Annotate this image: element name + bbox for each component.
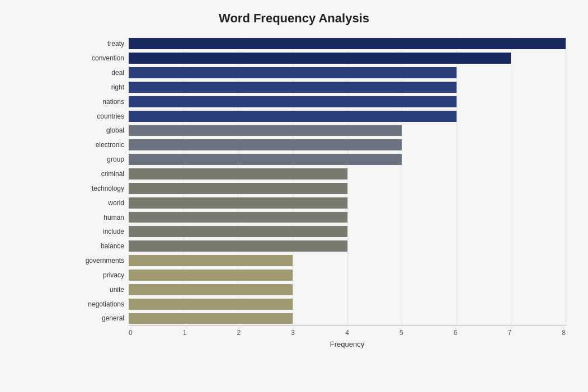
bar-label: group bbox=[67, 155, 129, 163]
bar-row: privacy bbox=[67, 268, 566, 282]
bar-label: global bbox=[67, 126, 129, 134]
bar-label: electronic bbox=[67, 141, 129, 149]
bar-row: nations bbox=[67, 95, 566, 108]
bar-label: world bbox=[67, 199, 129, 207]
bar-row: governments bbox=[67, 254, 566, 268]
bar-track bbox=[129, 254, 566, 268]
bar-label: countries bbox=[67, 112, 129, 120]
bar-fill bbox=[129, 240, 347, 252]
bar-fill bbox=[129, 82, 457, 93]
bar-label: convention bbox=[67, 54, 129, 62]
bar-fill bbox=[129, 53, 511, 64]
x-tick: 3 bbox=[291, 329, 295, 337]
bar-track bbox=[129, 297, 566, 311]
bar-row: human bbox=[67, 210, 566, 224]
bar-label: include bbox=[67, 228, 129, 235]
bar-track bbox=[129, 311, 566, 325]
bar-row: countries bbox=[67, 109, 566, 123]
bar-row: technology bbox=[67, 181, 566, 195]
bar-fill bbox=[129, 139, 402, 150]
bar-fill bbox=[129, 154, 402, 165]
bar-row: global bbox=[67, 124, 566, 138]
bar-track bbox=[129, 124, 566, 138]
x-tick: 4 bbox=[345, 329, 349, 337]
bar-row: treaty bbox=[67, 37, 566, 51]
x-tick: 1 bbox=[183, 329, 187, 337]
bar-fill bbox=[129, 226, 347, 237]
bar-label: right bbox=[67, 83, 129, 91]
x-tick: 8 bbox=[562, 329, 566, 337]
bar-row: convention bbox=[67, 51, 566, 65]
bar-fill bbox=[129, 96, 457, 107]
bar-label: balance bbox=[67, 242, 129, 250]
bar-track bbox=[129, 282, 566, 296]
bar-track bbox=[129, 181, 566, 195]
bar-fill bbox=[129, 270, 293, 281]
bar-row: world bbox=[67, 196, 566, 210]
bar-track bbox=[129, 268, 566, 282]
bar-track bbox=[129, 138, 566, 152]
bar-fill bbox=[129, 255, 293, 266]
x-tick: 6 bbox=[454, 329, 458, 337]
bar-label: criminal bbox=[67, 170, 129, 178]
x-tick: 0 bbox=[129, 329, 133, 337]
bar-row: group bbox=[67, 153, 566, 167]
bar-label: nations bbox=[67, 98, 129, 106]
bar-label: unite bbox=[67, 286, 129, 294]
bar-fill bbox=[129, 125, 402, 136]
bar-row: negotiations bbox=[67, 297, 566, 311]
bar-track bbox=[129, 153, 566, 167]
x-tick: 5 bbox=[399, 329, 403, 337]
x-axis-label: Frequency bbox=[129, 340, 566, 348]
bar-label: deal bbox=[67, 69, 129, 77]
bar-fill bbox=[129, 183, 347, 194]
bar-fill bbox=[129, 299, 293, 310]
bar-row: include bbox=[67, 225, 566, 239]
bar-label: technology bbox=[67, 185, 129, 192]
grid-line bbox=[566, 37, 566, 325]
bar-row: balance bbox=[67, 239, 566, 253]
bar-label: governments bbox=[67, 257, 129, 265]
bar-fill bbox=[129, 284, 293, 295]
bar-label: human bbox=[67, 214, 129, 221]
x-tick: 2 bbox=[237, 329, 241, 337]
bar-row: unite bbox=[67, 282, 566, 296]
bar-track bbox=[129, 239, 566, 253]
chart-title: Word Frequency Analysis bbox=[22, 11, 566, 26]
bar-fill bbox=[129, 168, 347, 180]
bar-track bbox=[129, 167, 566, 181]
bar-label: negotiations bbox=[67, 300, 129, 308]
bar-track bbox=[129, 196, 566, 210]
bar-fill bbox=[129, 197, 347, 209]
x-tick: 7 bbox=[507, 329, 511, 337]
bar-track bbox=[129, 225, 566, 239]
bar-track bbox=[129, 81, 566, 95]
bar-row: deal bbox=[67, 66, 566, 80]
bar-track bbox=[129, 109, 566, 123]
bar-label: privacy bbox=[67, 271, 129, 279]
bar-track bbox=[129, 37, 566, 51]
bar-fill bbox=[129, 111, 457, 122]
bars-container: treatyconventiondealrightnationscountrie… bbox=[67, 37, 566, 325]
bar-fill bbox=[129, 212, 347, 223]
bar-row: criminal bbox=[67, 167, 566, 181]
bar-label: treaty bbox=[67, 40, 129, 48]
bar-label: general bbox=[67, 314, 129, 322]
bar-row: right bbox=[67, 81, 566, 95]
bar-track bbox=[129, 51, 566, 65]
x-axis: 012345678 Frequency bbox=[129, 325, 566, 356]
bar-track bbox=[129, 95, 566, 108]
chart-container: Word Frequency Analysis treatyconvention… bbox=[0, 0, 588, 392]
bar-fill bbox=[129, 38, 566, 49]
bar-row: electronic bbox=[67, 138, 566, 152]
bar-fill bbox=[129, 67, 457, 78]
bar-row: general bbox=[67, 311, 566, 325]
bar-fill bbox=[129, 313, 293, 324]
bar-track bbox=[129, 66, 566, 80]
bar-track bbox=[129, 210, 566, 224]
